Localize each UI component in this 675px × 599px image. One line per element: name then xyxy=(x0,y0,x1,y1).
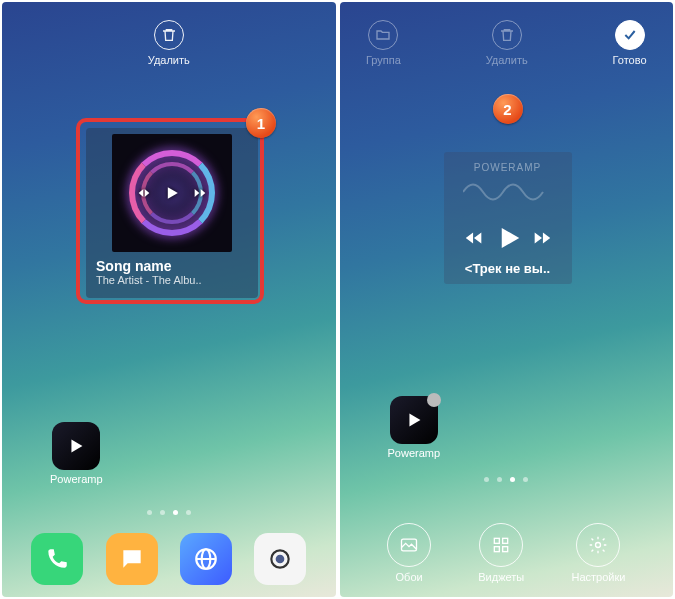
poweramp-app[interactable]: Poweramp xyxy=(50,422,103,485)
poweramp-icon xyxy=(390,396,438,444)
page-dot xyxy=(147,510,152,515)
prev-icon[interactable] xyxy=(463,227,485,249)
top-actions: Группа Удалить Готово xyxy=(340,2,674,66)
svg-rect-7 xyxy=(495,547,500,552)
camera-app[interactable] xyxy=(254,533,306,585)
edit-dock: Обои Виджеты Настройки xyxy=(340,523,674,583)
page-dot xyxy=(186,510,191,515)
done-label: Готово xyxy=(613,54,647,66)
player-controls xyxy=(136,183,208,203)
delete-action[interactable]: Удалить xyxy=(148,20,190,66)
wallpaper-button[interactable]: Обои xyxy=(387,523,431,583)
music-widget-placed[interactable]: POWERAMP <Трек не вы.. xyxy=(444,152,572,284)
trash-icon xyxy=(492,20,522,50)
phone-screen-1: Удалить 1 Song name The Artist - The Alb… xyxy=(2,2,336,597)
delete-label: Удалить xyxy=(148,54,190,66)
group-label: Группа xyxy=(366,54,401,66)
top-actions: Удалить xyxy=(2,2,336,66)
page-dot xyxy=(523,477,528,482)
trash-icon xyxy=(154,20,184,50)
step-badge-1: 1 xyxy=(246,108,276,138)
artist-name: The Artist - The Albu.. xyxy=(92,274,252,286)
browser-app[interactable] xyxy=(180,533,232,585)
play-icon[interactable] xyxy=(162,183,182,203)
settings-button[interactable]: Настройки xyxy=(571,523,625,583)
settings-label: Настройки xyxy=(571,571,625,583)
svg-rect-6 xyxy=(503,538,508,543)
gear-icon xyxy=(576,523,620,567)
svg-point-3 xyxy=(276,555,285,564)
delete-action: Удалить xyxy=(486,20,528,66)
track-name: <Трек не вы.. xyxy=(465,261,550,276)
svg-rect-8 xyxy=(503,547,508,552)
check-icon xyxy=(615,20,645,50)
folder-icon xyxy=(368,20,398,50)
page-dot-current xyxy=(173,510,178,515)
wallpaper-label: Обои xyxy=(396,571,423,583)
widgets-icon xyxy=(479,523,523,567)
image-icon xyxy=(387,523,431,567)
widget-highlight: Song name The Artist - The Albu.. xyxy=(76,118,264,304)
page-indicator xyxy=(340,477,674,482)
messages-app[interactable] xyxy=(106,533,158,585)
step-badge-2: 2 xyxy=(493,94,523,124)
next-icon[interactable] xyxy=(192,185,208,201)
player-controls xyxy=(463,223,553,253)
poweramp-label: Poweramp xyxy=(388,447,441,459)
widgets-label: Виджеты xyxy=(478,571,524,583)
poweramp-app[interactable]: Poweramp xyxy=(388,396,441,459)
phone-app[interactable] xyxy=(31,533,83,585)
done-action[interactable]: Готово xyxy=(613,20,647,66)
page-dot xyxy=(160,510,165,515)
album-art xyxy=(112,134,232,252)
page-indicator xyxy=(2,510,336,515)
svg-point-9 xyxy=(596,543,601,548)
poweramp-icon xyxy=(52,422,100,470)
poweramp-label: Poweramp xyxy=(50,473,103,485)
page-dot xyxy=(497,477,502,482)
group-action: Группа xyxy=(366,20,401,66)
prev-icon[interactable] xyxy=(136,185,152,201)
dock xyxy=(2,533,336,585)
widgets-button[interactable]: Виджеты xyxy=(478,523,524,583)
phone-screen-2: Группа Удалить Готово 2 POWERAMP <Трек н… xyxy=(340,2,674,597)
page-dot xyxy=(484,477,489,482)
music-widget[interactable]: Song name The Artist - The Albu.. xyxy=(86,128,258,298)
next-icon[interactable] xyxy=(531,227,553,249)
page-dot-current xyxy=(510,477,515,482)
song-name: Song name xyxy=(92,258,252,274)
waveform-icon xyxy=(463,172,553,202)
notification-badge xyxy=(427,393,441,407)
svg-rect-5 xyxy=(495,538,500,543)
delete-label: Удалить xyxy=(486,54,528,66)
play-icon[interactable] xyxy=(493,223,523,253)
